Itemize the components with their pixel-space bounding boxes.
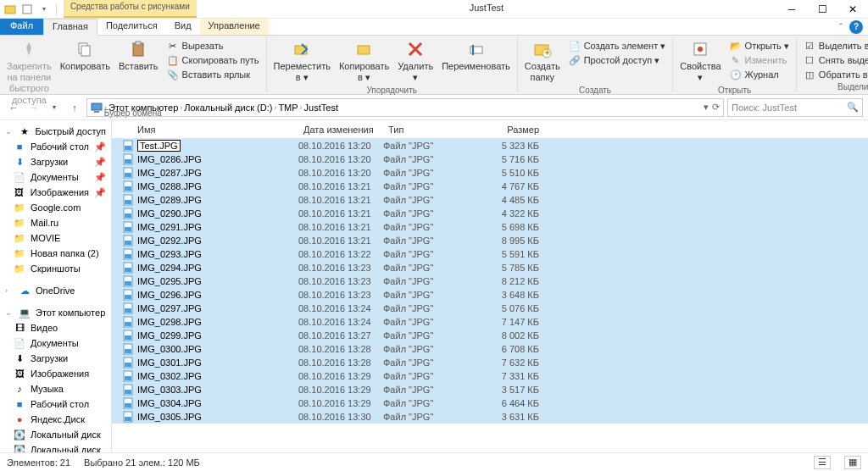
sidebar-onedrive[interactable]: ›☁OneDrive	[0, 283, 111, 298]
sidebar-downloads[interactable]: ⬇Загрузки📌	[0, 154, 111, 169]
column-headers[interactable]: Имя Дата изменения Тип Размер	[112, 120, 868, 139]
table-row[interactable]: IMG_0287.JPG08.10.2016 13:20Файл "JPG"5 …	[112, 166, 868, 180]
table-row[interactable]: IMG_0299.JPG08.10.2016 13:27Файл "JPG"8 …	[112, 329, 868, 342]
table-row[interactable]: IMG_0292.JPG08.10.2016 13:21Файл "JPG"8 …	[112, 234, 868, 247]
col-size[interactable]: Размер	[468, 125, 544, 135]
table-row[interactable]: IMG_0297.JPG08.10.2016 13:24Файл "JPG"5 …	[112, 302, 868, 315]
sidebar-pictures2[interactable]: 🖼Изображения	[0, 366, 111, 381]
copy-path-button[interactable]: 📋Скопировать путь	[164, 53, 263, 67]
cut-button[interactable]: ✂Вырезать	[164, 39, 263, 53]
table-row[interactable]: IMG_0294.JPG08.10.2016 13:23Файл "JPG"5 …	[112, 261, 868, 274]
col-date[interactable]: Дата изменения	[298, 125, 383, 135]
breadcrumb-drive[interactable]: Локальный диск (D:)	[184, 103, 272, 113]
breadcrumb-tmp[interactable]: TMP	[278, 103, 298, 113]
sidebar-newfolder[interactable]: 📁Новая папка (2)	[0, 246, 111, 261]
sidebar-pictures[interactable]: 🖼Изображения📌	[0, 185, 111, 200]
table-row[interactable]: IMG_0305.JPG08.10.2016 13:30Файл "JPG"3 …	[112, 410, 868, 424]
qat-dropdown-icon[interactable]: ▾	[37, 3, 51, 16]
table-row[interactable]: IMG_0304.JPG08.10.2016 13:29Файл "JPG"6 …	[112, 396, 868, 410]
search-input[interactable]: Поиск: JustTest 🔍	[727, 98, 863, 117]
tab-management[interactable]: Управление	[200, 19, 269, 36]
col-name[interactable]: Имя	[112, 125, 298, 135]
sidebar-local-c[interactable]: 💽Локальный диск	[0, 427, 111, 442]
close-button[interactable]: ✕	[837, 0, 868, 19]
move-to-button[interactable]: Переместить в ▾	[270, 37, 334, 85]
table-row[interactable]: IMG_0303.JPG08.10.2016 13:29Файл "JPG"3 …	[112, 383, 868, 396]
view-thumbnails-button[interactable]: ▦	[844, 456, 861, 469]
documents-icon: 📄	[14, 171, 25, 183]
sidebar-yandex[interactable]: ●Яндекс.Диск	[0, 412, 111, 427]
sidebar-video[interactable]: 🎞Видео	[0, 320, 111, 335]
copy-icon	[75, 39, 95, 59]
copy-button[interactable]: Копировать	[57, 37, 114, 74]
table-row[interactable]: IMG_0291.JPG08.10.2016 13:21Файл "JPG"5 …	[112, 220, 868, 234]
rename-button[interactable]: Переименовать	[438, 37, 514, 74]
tab-share[interactable]: Поделиться	[97, 19, 166, 36]
new-folder-button[interactable]: ✦ Создать папку	[521, 37, 564, 85]
select-none-button[interactable]: ☐Снять выделение	[800, 53, 868, 67]
table-row[interactable]: IMG_0302.JPG08.10.2016 13:29Файл "JPG"7 …	[112, 369, 868, 383]
sidebar-desktop[interactable]: ■Рабочий стол📌	[0, 139, 111, 154]
nav-recent-dropdown[interactable]: ▾	[46, 99, 63, 116]
new-item-button[interactable]: 📄Создать элемент ▾	[565, 39, 670, 53]
sidebar-downloads2[interactable]: ⬇Загрузки	[0, 351, 111, 366]
nav-back-button[interactable]: ←	[5, 99, 22, 116]
table-row[interactable]: IMG_0288.JPG08.10.2016 13:21Файл "JPG"4 …	[112, 180, 868, 193]
easy-access-button[interactable]: 🔗Простой доступ ▾	[565, 53, 670, 67]
sidebar-quick-access[interactable]: ⌄★Быстрый доступ	[0, 124, 111, 139]
tab-home[interactable]: Главная	[43, 19, 97, 36]
sidebar-google[interactable]: 📁Google.com	[0, 200, 111, 215]
maximize-button[interactable]: ☐	[807, 0, 837, 19]
view-details-button[interactable]: ☰	[814, 456, 831, 469]
tab-file[interactable]: Файл	[0, 19, 43, 36]
table-row[interactable]: IMG_0298.JPG08.10.2016 13:24Файл "JPG"7 …	[112, 315, 868, 329]
sidebar-documents[interactable]: 📄Документы📌	[0, 169, 111, 185]
sidebar-screenshots[interactable]: 📁Скриншоты	[0, 261, 111, 276]
history-button[interactable]: 🕑Журнал	[726, 68, 793, 81]
table-row[interactable]: IMG_0295.JPG08.10.2016 13:23Файл "JPG"8 …	[112, 274, 868, 288]
sidebar-local-d[interactable]: 💽Локальный диск	[0, 442, 111, 452]
sidebar-this-pc[interactable]: ⌄💻Этот компьютер	[0, 305, 111, 320]
table-row[interactable]: IMG_0290.JPG08.10.2016 13:21Файл "JPG"4 …	[112, 207, 868, 220]
qat-properties-icon[interactable]	[20, 3, 34, 16]
file-list[interactable]: Test.JPG08.10.2016 13:20Файл "JPG"5 323 …	[112, 139, 868, 452]
table-row[interactable]: IMG_0293.JPG08.10.2016 13:22Файл "JPG"5 …	[112, 247, 868, 261]
table-row[interactable]: IMG_0296.JPG08.10.2016 13:23Файл "JPG"3 …	[112, 288, 868, 302]
table-row[interactable]: IMG_0289.JPG08.10.2016 13:21Файл "JPG"4 …	[112, 193, 868, 207]
ribbon-collapse-icon[interactable]: ˆ	[839, 22, 843, 32]
contextual-tab-header: Средства работы с рисунками	[64, 0, 197, 18]
breadcrumb-current[interactable]: JustTest	[304, 103, 338, 113]
sidebar-mailru[interactable]: 📁Mail.ru	[0, 215, 111, 230]
copy-to-button[interactable]: Копировать в ▾	[336, 37, 392, 85]
minimize-button[interactable]: ─	[776, 0, 807, 19]
paste-button[interactable]: Вставить	[115, 37, 162, 74]
jpg-file-icon	[122, 248, 134, 260]
properties-button[interactable]: Свойства ▾	[676, 37, 724, 85]
table-row[interactable]: IMG_0286.JPG08.10.2016 13:20Файл "JPG"5 …	[112, 152, 868, 166]
status-elements: Элементов: 21	[7, 457, 70, 468]
navigation-pane[interactable]: ⌄★Быстрый доступ ■Рабочий стол📌 ⬇Загрузк…	[0, 120, 112, 452]
edit-button[interactable]: ✎Изменить	[726, 53, 793, 67]
refresh-icon[interactable]: ⟳	[712, 102, 720, 113]
sidebar-movie[interactable]: 📁MOVIE	[0, 230, 111, 246]
nav-up-button[interactable]: ↑	[66, 99, 83, 116]
sidebar-music[interactable]: ♪Музыка	[0, 381, 111, 396]
help-icon[interactable]: ?	[849, 20, 863, 34]
sidebar-documents2[interactable]: 📄Документы	[0, 335, 111, 351]
sidebar-desktop2[interactable]: ■Рабочий стол	[0, 396, 111, 412]
col-type[interactable]: Тип	[383, 125, 468, 135]
open-button[interactable]: 📂Открыть ▾	[726, 39, 793, 53]
rename-input[interactable]: Test.JPG	[137, 140, 181, 152]
breadcrumb-dropdown-icon[interactable]: ▾	[704, 102, 709, 113]
tab-view[interactable]: Вид	[166, 19, 200, 36]
invert-selection-button[interactable]: ◫Обратить выделение	[800, 68, 868, 81]
breadcrumb-pc[interactable]: Этот компьютер	[108, 103, 178, 113]
paste-shortcut-button[interactable]: 📎Вставить ярлык	[164, 68, 263, 81]
select-all-button[interactable]: ☑Выделить все	[800, 39, 868, 53]
table-row[interactable]: IMG_0301.JPG08.10.2016 13:28Файл "JPG"7 …	[112, 356, 868, 369]
nav-forward-button[interactable]: →	[25, 99, 42, 116]
table-row[interactable]: IMG_0300.JPG08.10.2016 13:28Файл "JPG"6 …	[112, 342, 868, 356]
delete-button[interactable]: Удалить ▾	[394, 37, 437, 85]
breadcrumb[interactable]: › Этот компьютер› Локальный диск (D:)› T…	[86, 98, 724, 117]
table-row[interactable]: Test.JPG08.10.2016 13:20Файл "JPG"5 323 …	[112, 139, 868, 152]
